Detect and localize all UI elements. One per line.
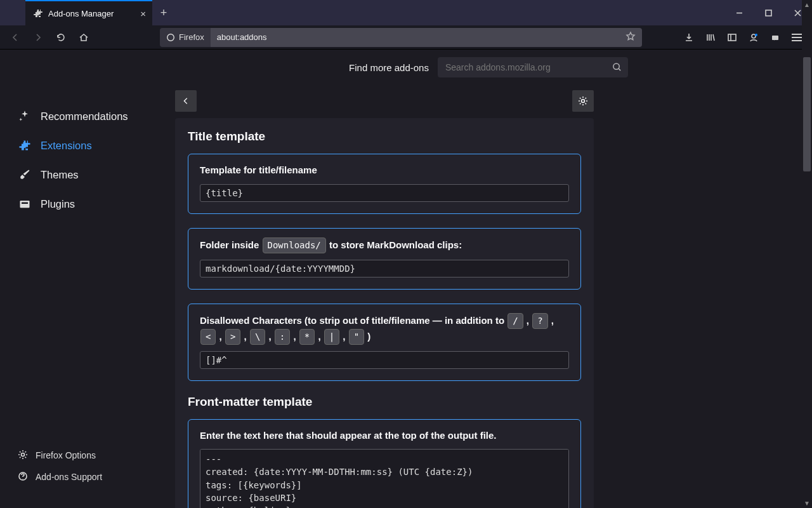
sidebar-item-recommendations[interactable]: Recommendations	[18, 102, 173, 131]
card-title-template: Template for title/filename	[188, 154, 581, 214]
sidebar-item-plugins[interactable]: Plugins	[18, 189, 173, 218]
svg-point-1	[167, 34, 174, 41]
window-minimize[interactable]	[724, 0, 754, 25]
svg-rect-9	[22, 203, 28, 204]
account-icon[interactable]	[743, 27, 764, 48]
panel-settings-button[interactable]	[572, 90, 594, 112]
sidebar-addons-support[interactable]: Add-ons Support	[18, 466, 173, 488]
url-text: about:addons	[217, 32, 267, 42]
scroll-up-icon: ▲	[804, 1, 810, 8]
identity-box[interactable]: Firefox	[160, 28, 211, 47]
title-template-input[interactable]	[200, 184, 569, 202]
puzzle-icon	[18, 139, 32, 152]
field-label: Disallowed Characters (to strip out of t…	[200, 313, 569, 345]
gear-icon	[18, 450, 28, 462]
svg-rect-0	[766, 10, 771, 16]
extension-icon[interactable]: M↓	[765, 27, 785, 48]
svg-rect-2	[728, 34, 736, 41]
svg-text:M↓: M↓	[773, 36, 778, 39]
sidebar-item-extensions[interactable]: Extensions	[18, 131, 173, 160]
vertical-scrollbar[interactable]: ▲ ▼	[802, 0, 812, 508]
frontmatter-textarea[interactable]	[200, 449, 569, 508]
kbd-downloads: Downloads/	[263, 237, 326, 253]
reload-button[interactable]	[51, 27, 71, 48]
scrollbar-thumb[interactable]	[803, 57, 811, 171]
field-label: Enter the text here that should appear a…	[200, 429, 569, 443]
section-title-template: Title template	[188, 130, 581, 144]
tab-title: Add-ons Manager	[48, 9, 114, 18]
card-disallowed: Disallowed Characters (to strip out of t…	[188, 304, 581, 381]
scroll-down-icon: ▼	[804, 500, 810, 507]
disallowed-chars-input[interactable]	[200, 351, 569, 369]
card-frontmatter: Enter the text here that should appear a…	[188, 419, 581, 509]
sparkle-icon	[18, 110, 32, 123]
close-icon[interactable]: ×	[140, 8, 146, 19]
browser-toolbar: Firefox about:addons M↓	[0, 25, 812, 50]
addons-sidebar: Recommendations Extensions Themes Plugin…	[0, 50, 173, 508]
help-icon	[18, 471, 28, 483]
new-tab-button[interactable]: +	[152, 0, 175, 25]
library-icon[interactable]	[700, 27, 721, 48]
puzzle-icon	[33, 8, 43, 18]
svg-point-10	[22, 453, 25, 456]
nav-forward-button[interactable]	[28, 27, 48, 48]
card-folder: Folder inside Downloads/ to store MarkDo…	[188, 228, 581, 290]
svg-rect-8	[20, 201, 30, 208]
bookmark-star-icon[interactable]	[625, 31, 636, 43]
folder-input[interactable]	[200, 260, 569, 277]
svg-point-4	[755, 34, 757, 36]
section-title-frontmatter: Front-matter template	[188, 395, 581, 409]
browser-tab-addons[interactable]: Add-ons Manager ×	[25, 0, 152, 25]
panel-back-button[interactable]	[175, 90, 197, 112]
sidebar-icon[interactable]	[722, 27, 742, 48]
sidebar-item-themes[interactable]: Themes	[18, 160, 173, 189]
extension-options-panel: Title template Template for title/filena…	[175, 118, 594, 508]
brush-icon	[18, 168, 32, 181]
window-titlebar: Add-ons Manager × +	[0, 0, 812, 25]
url-bar[interactable]: about:addons	[211, 28, 642, 47]
home-button[interactable]	[74, 27, 94, 48]
firefox-icon	[166, 33, 175, 42]
field-label: Folder inside Downloads/ to store MarkDo…	[200, 237, 569, 253]
sidebar-firefox-options[interactable]: Firefox Options	[18, 444, 173, 466]
svg-point-12	[582, 100, 585, 103]
nav-back-button[interactable]	[5, 27, 25, 48]
field-label: Template for title/filename	[200, 163, 569, 178]
downloads-icon[interactable]	[679, 27, 699, 48]
plugin-icon	[18, 197, 32, 210]
window-maximize[interactable]	[754, 0, 783, 25]
